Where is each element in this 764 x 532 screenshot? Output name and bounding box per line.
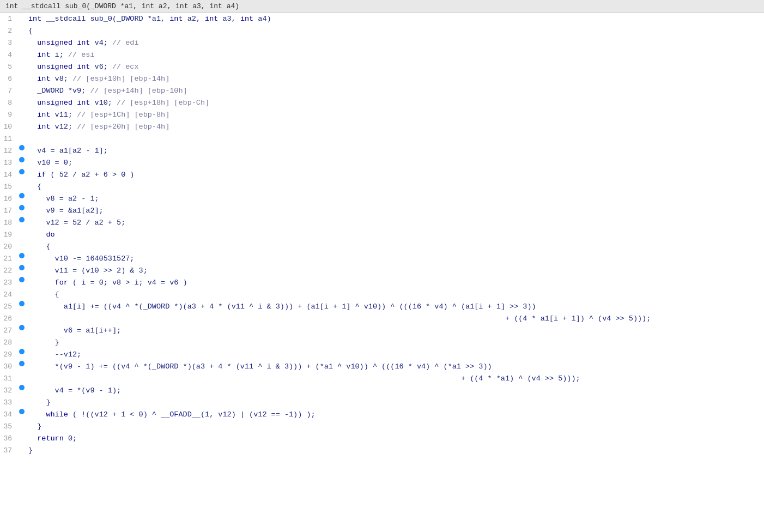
code-text: v12 = 52 / a2 + 5; (26, 217, 125, 229)
line-number: 8 (0, 97, 17, 109)
line-number: 3 (0, 37, 17, 49)
code-text: unsigned int v6; // ecx (26, 61, 139, 73)
code-text: int v8; // [esp+10h] [ebp-14h] (26, 73, 169, 85)
table-row: 32 v4 = *(v9 - 1); (0, 385, 764, 397)
code-text: v11 = (v10 >> 2) & 3; (26, 265, 148, 277)
table-row: 35 } (0, 421, 764, 433)
line-number: 36 (0, 433, 17, 445)
table-row: 23 for ( i = 0; v8 > i; v4 = v6 ) (0, 277, 764, 289)
line-number: 20 (0, 241, 17, 253)
breakpoint-dot (19, 145, 25, 150)
line-number: 12 (0, 145, 17, 157)
code-text: } (26, 445, 33, 457)
breakpoint-area[interactable] (17, 385, 26, 390)
code-text: v10 -= 1640531527; (26, 253, 134, 265)
breakpoint-area[interactable] (17, 277, 26, 282)
line-number: 23 (0, 277, 17, 289)
code-text: } (26, 421, 41, 433)
table-row: 33 } (0, 397, 764, 409)
table-row: 31 + ((4 * *a1) ^ (v4 >> 5))); (0, 373, 764, 385)
code-text: { (26, 181, 41, 193)
line-number: 5 (0, 61, 17, 73)
code-text: v4 = a1[a2 - 1]; (26, 145, 108, 157)
code-text: unsigned int v4; // edi (26, 37, 139, 49)
breakpoint-dot (19, 193, 25, 198)
table-row: 36 return 0; (0, 433, 764, 445)
table-row: 21 v10 -= 1640531527; (0, 253, 764, 265)
line-number: 4 (0, 49, 17, 61)
table-row: 26 + ((4 * a1[i + 1]) ^ (v4 >> 5))); (0, 313, 764, 325)
breakpoint-area[interactable] (17, 169, 26, 174)
line-number: 26 (0, 313, 17, 325)
line-number: 10 (0, 121, 17, 133)
breakpoint-area[interactable] (17, 157, 26, 162)
code-text: return 0; (26, 433, 77, 445)
line-number: 6 (0, 73, 17, 85)
line-number: 13 (0, 157, 17, 169)
table-row: 7 _DWORD *v9; // [esp+14h] [ebp-10h] (0, 85, 764, 97)
breakpoint-area[interactable] (17, 205, 26, 210)
line-number: 32 (0, 385, 17, 397)
table-row: 6 int v8; // [esp+10h] [ebp-14h] (0, 73, 764, 85)
code-area: 1int __stdcall sub_0(_DWORD *a1, int a2,… (0, 13, 764, 457)
code-text: + ((4 * *a1) ^ (v4 >> 5))); (26, 373, 580, 385)
code-text: while ( !((v12 + 1 < 0) ^ __OFADD__(1, v… (26, 409, 316, 421)
code-text: unsigned int v10; // [esp+18h] [ebp-Ch] (26, 97, 209, 109)
breakpoint-area[interactable] (17, 217, 26, 222)
code-text: v4 = *(v9 - 1); (26, 385, 121, 397)
code-text: a1[i] += ((v4 ^ *(_DWORD *)(a3 + 4 * (v1… (26, 301, 536, 313)
line-number: 33 (0, 397, 17, 409)
line-number: 15 (0, 181, 17, 193)
table-row: 37} (0, 445, 764, 457)
line-number: 34 (0, 409, 17, 421)
line-number: 21 (0, 253, 17, 265)
code-text: _DWORD *v9; // [esp+14h] [ebp-10h] (26, 85, 187, 97)
breakpoint-area[interactable] (17, 325, 26, 330)
code-text: + ((4 * a1[i + 1]) ^ (v4 >> 5))); (26, 313, 651, 325)
breakpoint-dot (19, 205, 25, 210)
line-number: 24 (0, 289, 17, 301)
line-number: 35 (0, 421, 17, 433)
header-title: int __stdcall sub_0(_DWORD *a1, int a2, … (5, 2, 239, 10)
line-number: 17 (0, 205, 17, 217)
breakpoint-area[interactable] (17, 409, 26, 414)
table-row: 10 int v12; // [esp+20h] [ebp-4h] (0, 121, 764, 133)
line-number: 9 (0, 109, 17, 121)
line-number: 28 (0, 337, 17, 349)
line-number: 11 (0, 133, 17, 145)
code-text: int v11; // [esp+1Ch] [ebp-8h] (26, 109, 169, 121)
table-row: 17 v9 = &a1[a2]; (0, 205, 764, 217)
code-text: v6 = a1[i++]; (26, 325, 121, 337)
table-row: 28 } (0, 337, 764, 349)
breakpoint-area[interactable] (17, 265, 26, 270)
breakpoint-area[interactable] (17, 349, 26, 354)
breakpoint-dot (19, 169, 25, 174)
table-row: 24 { (0, 289, 764, 301)
code-text: if ( 52 / a2 + 6 > 0 ) (26, 169, 134, 181)
breakpoint-dot (19, 349, 25, 354)
code-text: { (26, 25, 33, 37)
table-row: 4 int i; // esi (0, 49, 764, 61)
code-text: --v12; (26, 349, 81, 361)
breakpoint-area[interactable] (17, 301, 26, 306)
breakpoint-dot (19, 217, 25, 222)
table-row: 16 v8 = a2 - 1; (0, 193, 764, 205)
breakpoint-area[interactable] (17, 145, 26, 150)
table-row: 19 do (0, 229, 764, 241)
line-number: 18 (0, 217, 17, 229)
breakpoint-area[interactable] (17, 361, 26, 366)
line-number: 22 (0, 265, 17, 277)
breakpoint-dot (19, 385, 25, 390)
code-text: { (26, 289, 59, 301)
code-text: for ( i = 0; v8 > i; v4 = v6 ) (26, 277, 187, 289)
line-number: 19 (0, 229, 17, 241)
line-number: 2 (0, 25, 17, 37)
table-row: 2{ (0, 25, 764, 37)
line-number: 30 (0, 361, 17, 373)
breakpoint-area[interactable] (17, 253, 26, 258)
table-row: 12 v4 = a1[a2 - 1]; (0, 145, 764, 157)
table-row: 34 while ( !((v12 + 1 < 0) ^ __OFADD__(1… (0, 409, 764, 421)
breakpoint-area[interactable] (17, 193, 26, 198)
table-row: 14 if ( 52 / a2 + 6 > 0 ) (0, 169, 764, 181)
line-number: 29 (0, 349, 17, 361)
